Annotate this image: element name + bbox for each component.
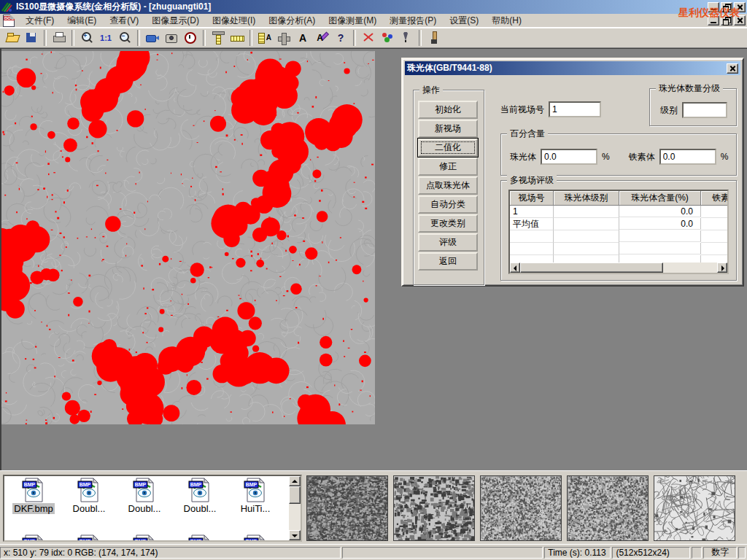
menu-item-edit[interactable]: 编辑(E) bbox=[61, 13, 103, 28]
file-item[interactable]: BMP bbox=[61, 534, 117, 542]
pen-tool-button[interactable] bbox=[397, 29, 416, 47]
change-class-button[interactable]: 更改类别 bbox=[418, 214, 478, 233]
timer-button[interactable] bbox=[181, 29, 200, 47]
measure-annotation-button[interactable]: A bbox=[255, 29, 274, 47]
move-tool-button[interactable] bbox=[274, 29, 293, 47]
specimen-image[interactable] bbox=[1, 51, 375, 424]
camera-capture-button[interactable] bbox=[162, 29, 181, 47]
workspace: 珠光体(GB/T9441-88) 操作 初始化新视场二值化修正点取珠光体自动分类… bbox=[0, 48, 747, 470]
bottom-panel: BMP DKF.bmp BMP Doubl... bbox=[0, 470, 747, 544]
file-item[interactable]: BMP bbox=[172, 534, 228, 542]
bmp-file-icon: BMP bbox=[243, 534, 268, 542]
scroll-right-button[interactable] bbox=[717, 262, 727, 273]
grade-input[interactable] bbox=[682, 102, 727, 118]
dialog-title: 珠光体(GB/T9441-88) bbox=[407, 62, 727, 74]
menu-item-image-display[interactable]: 图像显示(D) bbox=[145, 13, 206, 28]
percent-group-label: 百分含量 bbox=[507, 128, 548, 139]
menu-item-file[interactable]: 文件(F) bbox=[19, 13, 61, 28]
open-file-button[interactable] bbox=[3, 29, 22, 47]
thumbnail-5[interactable] bbox=[654, 475, 735, 541]
menu-item-image-processing[interactable]: 图像处理(I) bbox=[206, 13, 262, 28]
ruler-measure-button[interactable] bbox=[228, 29, 247, 47]
file-item[interactable]: BMP DKF.bmp bbox=[6, 478, 61, 514]
thumbnail-2[interactable] bbox=[393, 475, 475, 541]
actual-size-button[interactable]: 1:1 bbox=[96, 29, 115, 47]
file-item[interactable]: BMP Doubl... bbox=[61, 478, 117, 514]
file-item[interactable]: BMP Doubl... bbox=[117, 478, 172, 514]
file-name[interactable]: DKF.bmp bbox=[12, 503, 54, 514]
auto-classify-button[interactable]: 自动分类 bbox=[418, 195, 478, 214]
file-name[interactable]: Doubl... bbox=[71, 503, 107, 514]
menu-item-image-analysis[interactable]: 图像分析(A) bbox=[262, 13, 322, 28]
pick-pearlite-button[interactable]: 点取珠光体 bbox=[418, 176, 478, 195]
thumbnail-1[interactable] bbox=[306, 475, 388, 541]
caliper-measure-button[interactable] bbox=[209, 29, 228, 47]
dialog-close-button[interactable] bbox=[727, 63, 738, 74]
svg-text:BMP: BMP bbox=[246, 539, 258, 542]
ferrite-percent-input[interactable] bbox=[659, 149, 716, 165]
init-button[interactable]: 初始化 bbox=[418, 101, 478, 119]
thumbnail-3[interactable] bbox=[480, 475, 562, 541]
help-button[interactable]: ? bbox=[331, 29, 350, 47]
file-name[interactable]: Doubl... bbox=[182, 503, 218, 514]
menu-item-help[interactable]: 帮助(H) bbox=[485, 13, 528, 28]
text-tool-button[interactable]: A bbox=[293, 29, 312, 47]
binarize-button[interactable]: 二值化 bbox=[418, 139, 478, 157]
color-classify-button[interactable] bbox=[378, 29, 397, 47]
dialog-title-bar[interactable]: 珠光体(GB/T9441-88) bbox=[405, 61, 740, 75]
percent-sign: % bbox=[721, 152, 729, 162]
zoom-in-button[interactable]: + bbox=[77, 29, 96, 47]
rating-table[interactable]: 视场号 珠光体级别 珠光体含量(%) 铁素体含量(%) 1 0.0 bbox=[508, 190, 729, 274]
file-item[interactable]: BMP bbox=[6, 534, 61, 542]
file-list-scrollbar[interactable] bbox=[289, 476, 301, 540]
menu-item-settings[interactable]: 设置(S) bbox=[443, 13, 485, 28]
table-horizontal-scrollbar[interactable] bbox=[510, 262, 727, 273]
grade-group: 珠光体数量分级 级别 bbox=[649, 88, 737, 126]
file-item[interactable]: BMP bbox=[228, 534, 283, 542]
video-capture-button[interactable] bbox=[143, 29, 162, 47]
save-button[interactable] bbox=[22, 29, 41, 47]
svg-text:BMP: BMP bbox=[24, 482, 36, 487]
svg-text:BMP: BMP bbox=[135, 482, 147, 487]
current-field-input[interactable] bbox=[549, 101, 601, 117]
curve-tool-button[interactable] bbox=[359, 29, 378, 47]
operations-group-label: 操作 bbox=[419, 85, 443, 95]
grade-button[interactable]: 评级 bbox=[418, 233, 478, 252]
pearlite-percent-input[interactable] bbox=[541, 149, 597, 165]
file-row-2: BMP BMP BMP bbox=[6, 534, 283, 542]
brush-tool-button[interactable] bbox=[425, 29, 444, 47]
current-field-label: 当前视场号 bbox=[500, 104, 544, 116]
scroll-down-button[interactable] bbox=[289, 530, 301, 540]
grade-group-label: 珠光体数量分级 bbox=[656, 83, 723, 93]
scrollbar-thumb[interactable] bbox=[289, 486, 301, 504]
menu-item-measure-report[interactable]: 测量报告(P) bbox=[383, 13, 443, 28]
svg-text:BMP: BMP bbox=[80, 539, 91, 542]
bmp-file-icon: BMP bbox=[187, 478, 212, 502]
file-name[interactable]: HuiTi... bbox=[239, 503, 272, 514]
thumbnail-4[interactable] bbox=[567, 475, 649, 541]
percent-sign: % bbox=[602, 152, 610, 162]
ferrite-label: 铁素体 bbox=[629, 151, 655, 163]
file-name[interactable]: Doubl... bbox=[127, 503, 163, 514]
file-item[interactable]: BMP bbox=[117, 534, 172, 542]
table-row[interactable]: 平均值 0.0 bbox=[510, 218, 727, 230]
text-edit-button[interactable]: A bbox=[312, 29, 331, 47]
toolbar-separator bbox=[249, 30, 252, 46]
scroll-up-button[interactable] bbox=[289, 476, 301, 486]
table-row[interactable]: 1 0.0 bbox=[510, 206, 727, 218]
file-item[interactable]: BMP HuiTi... bbox=[228, 478, 283, 514]
menu-item-view[interactable]: 查看(V) bbox=[103, 13, 145, 28]
file-item[interactable]: BMP Doubl... bbox=[172, 478, 228, 514]
pearlite-label: 珠光体 bbox=[510, 151, 536, 163]
scrollbar-thumb[interactable] bbox=[520, 262, 663, 273]
bmp-file-icon: BMP bbox=[77, 478, 101, 502]
new-field-button[interactable]: 新视场 bbox=[418, 120, 478, 138]
file-list[interactable]: BMP DKF.bmp BMP Doubl... bbox=[3, 475, 302, 542]
menu-item-image-measure[interactable]: 图像测量(M) bbox=[322, 13, 383, 28]
return-button[interactable]: 返回 bbox=[418, 252, 478, 271]
status-panel bbox=[342, 547, 543, 559]
zoom-out-button[interactable]: − bbox=[115, 29, 134, 47]
print-button[interactable] bbox=[50, 29, 69, 47]
scroll-left-button[interactable] bbox=[510, 262, 520, 273]
correct-button[interactable]: 修正 bbox=[418, 158, 478, 176]
